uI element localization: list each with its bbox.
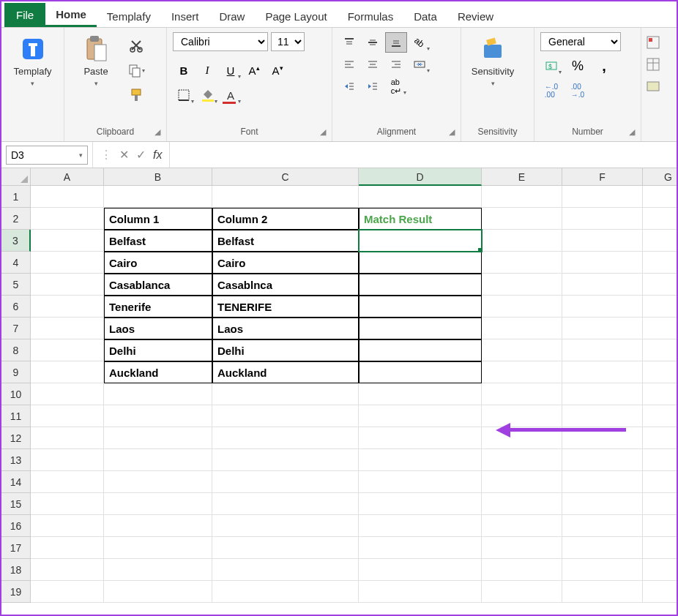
select-all-corner[interactable] (1, 168, 31, 186)
cell-A14[interactable] (31, 471, 104, 493)
cell-F13[interactable] (562, 449, 643, 471)
alignment-dialog-launcher[interactable]: ◢ (449, 127, 455, 137)
cell-C16[interactable] (212, 515, 359, 537)
tab-home[interactable]: Home (45, 2, 97, 27)
cell-E14[interactable] (482, 471, 562, 493)
font-name-select[interactable]: Calibri (173, 32, 268, 51)
cell-C19[interactable] (212, 581, 359, 603)
cell-F4[interactable] (562, 252, 643, 274)
cell-C2[interactable]: Column 2 (212, 208, 359, 230)
cell-B14[interactable] (104, 471, 212, 493)
row-header-12[interactable]: 12 (1, 427, 31, 449)
cell-B2[interactable]: Column 1 (104, 208, 212, 230)
col-header-D[interactable]: D (359, 168, 482, 186)
cell-E3[interactable] (482, 230, 562, 252)
font-color-button[interactable]: A▾ (220, 85, 242, 105)
cell-E9[interactable] (482, 361, 562, 383)
cell-E16[interactable] (482, 515, 562, 537)
cell-D4[interactable] (359, 252, 482, 274)
row-header-7[interactable]: 7 (1, 318, 31, 339)
col-header-F[interactable]: F (562, 168, 643, 186)
cell-E13[interactable] (482, 449, 562, 471)
cell-C10[interactable] (212, 383, 359, 405)
cell-F2[interactable] (562, 208, 643, 230)
number-dialog-launcher[interactable]: ◢ (629, 127, 635, 137)
cell-D18[interactable] (359, 559, 482, 581)
align-top-button[interactable] (338, 32, 360, 53)
cell-C17[interactable] (212, 537, 359, 559)
cell-G10[interactable] (643, 383, 677, 405)
fx-button[interactable]: fx (153, 149, 162, 162)
cell-D16[interactable] (359, 515, 482, 537)
align-left-button[interactable] (338, 54, 360, 75)
cell-A3[interactable] (31, 230, 104, 252)
cell-E18[interactable] (482, 559, 562, 581)
cell-G3[interactable] (643, 230, 677, 252)
cell-F5[interactable] (562, 274, 643, 296)
copy-button[interactable]: ▾ (126, 60, 146, 80)
cell-A1[interactable] (31, 186, 104, 208)
cell-C5[interactable]: Casablnca (212, 274, 359, 296)
cell-D12[interactable] (359, 427, 482, 449)
cell-F9[interactable] (562, 361, 643, 383)
cell-G16[interactable] (643, 515, 677, 537)
cell-B19[interactable] (104, 581, 212, 603)
cell-F1[interactable] (562, 186, 643, 208)
underline-button[interactable]: U▾ (220, 60, 242, 80)
cell-F18[interactable] (562, 559, 643, 581)
templafy-button[interactable]: Templafy ▾ (7, 32, 58, 90)
cell-B17[interactable] (104, 537, 212, 559)
merge-button[interactable]: ▾ (409, 54, 431, 75)
tab-formulas[interactable]: Formulas (338, 4, 404, 27)
cell-styles-button[interactable] (646, 79, 660, 94)
cell-C12[interactable] (212, 427, 359, 449)
cell-B11[interactable] (104, 405, 212, 427)
cell-G15[interactable] (643, 493, 677, 515)
cell-A5[interactable] (31, 274, 104, 296)
col-header-A[interactable]: A (31, 168, 104, 186)
tab-templafy[interactable]: Templafy (97, 4, 161, 27)
cut-button[interactable] (126, 35, 146, 56)
cell-G18[interactable] (643, 559, 677, 581)
cell-A7[interactable] (31, 318, 104, 339)
cell-E1[interactable] (482, 186, 562, 208)
cell-G14[interactable] (643, 471, 677, 493)
tab-review[interactable]: Review (447, 4, 504, 27)
cell-D8[interactable] (359, 339, 482, 361)
cell-D14[interactable] (359, 471, 482, 493)
cell-G9[interactable] (643, 361, 677, 383)
col-header-C[interactable]: C (212, 168, 359, 186)
row-header-3[interactable]: 3 (1, 230, 31, 252)
cell-E2[interactable] (482, 208, 562, 230)
cell-B13[interactable] (104, 449, 212, 471)
row-header-5[interactable]: 5 (1, 274, 31, 296)
cell-C8[interactable]: Delhi (212, 339, 359, 361)
wrap-text-button[interactable]: abc↵▾ (385, 76, 407, 97)
align-bottom-button[interactable] (385, 32, 407, 53)
cell-D11[interactable] (359, 405, 482, 427)
cell-D7[interactable] (359, 318, 482, 339)
italic-button[interactable]: I (196, 60, 218, 80)
formula-menu-icon[interactable]: ⋮ (100, 148, 112, 162)
increase-indent-button[interactable] (362, 76, 384, 97)
cell-C6[interactable]: TENERIFE (212, 296, 359, 318)
row-header-11[interactable]: 11 (1, 405, 31, 427)
align-center-button[interactable] (362, 54, 384, 75)
cell-D9[interactable] (359, 361, 482, 383)
cell-A10[interactable] (31, 383, 104, 405)
font-dialog-launcher[interactable]: ◢ (320, 127, 326, 137)
cell-B6[interactable]: Tenerife (104, 296, 212, 318)
row-header-18[interactable]: 18 (1, 559, 31, 581)
cell-A13[interactable] (31, 449, 104, 471)
cell-E19[interactable] (482, 581, 562, 603)
sensitivity-button[interactable]: Sensitivity ▾ (467, 32, 518, 90)
cell-E10[interactable] (482, 383, 562, 405)
cell-B12[interactable] (104, 427, 212, 449)
increase-font-button[interactable]: A▴ (243, 60, 265, 80)
cell-D3[interactable] (359, 230, 482, 252)
cell-B18[interactable] (104, 559, 212, 581)
tab-draw[interactable]: Draw (209, 4, 255, 27)
cell-D1[interactable] (359, 186, 482, 208)
col-header-G[interactable]: G (643, 168, 677, 186)
cell-C1[interactable] (212, 186, 359, 208)
